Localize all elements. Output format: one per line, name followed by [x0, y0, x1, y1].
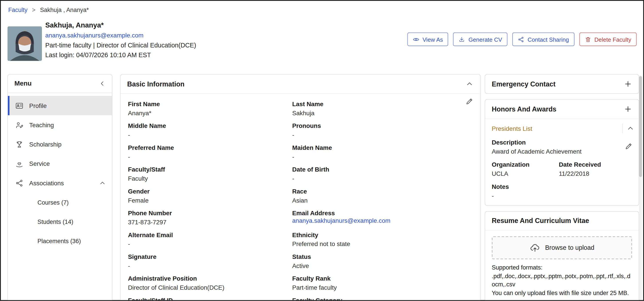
delete-faculty-button[interactable]: Delete Faculty — [579, 32, 637, 46]
menu-title: Menu — [14, 80, 32, 87]
faculty-avatar — [7, 26, 42, 61]
field-label: Date Received — [559, 161, 601, 168]
field-row: Faculty/Staff ID Faculty Category — [128, 297, 473, 301]
collapse-sidebar-icon[interactable] — [99, 80, 106, 87]
sidebar-item-label: Service — [29, 160, 50, 167]
field-row: Middle Name- Pronouns- — [128, 122, 473, 138]
field-row: GenderFemale RaceAsian — [128, 188, 473, 204]
field-label: Email Address — [292, 210, 390, 217]
honors-awards-title: Honors And Awards — [492, 105, 556, 113]
field-label: Faculty/Staff ID — [128, 297, 292, 301]
right-column: Emergency Contact Honors And Awards Pres… — [485, 74, 639, 301]
faculty-header-info: Sakhuja, Ananya* ananya.sakhujanurs@exam… — [45, 20, 196, 60]
field-value: Active — [292, 262, 311, 270]
field-label: Race — [292, 188, 308, 195]
basic-information-title: Basic Information — [127, 80, 184, 88]
sidebar-item-service[interactable]: Service — [8, 154, 112, 173]
honor-org-date-row: Organization UCLA Date Received 11/22/20… — [485, 155, 639, 177]
field-label: Notes — [492, 183, 632, 190]
trash-icon — [584, 36, 591, 42]
field-label: Ethnicity — [292, 232, 350, 239]
field-value: - — [128, 131, 292, 138]
edit-honor-icon[interactable] — [625, 142, 633, 150]
field-value: - — [492, 192, 632, 200]
field-value: Faculty — [128, 175, 292, 182]
download-icon — [458, 36, 465, 42]
sidebar-item-placements[interactable]: Placements (36) — [8, 232, 112, 251]
award-icon — [15, 140, 24, 148]
honor-entry-body: Description Award of Academic Achievemen… — [485, 137, 639, 205]
add-honor-icon[interactable] — [624, 105, 632, 113]
sidebar-item-label: Teaching — [29, 122, 54, 128]
field-row: First NameAnanya* Last NameSakhuja — [128, 100, 473, 117]
share-icon — [518, 36, 524, 42]
field-value: 371-873-7297 — [128, 218, 292, 226]
sidebar-items: Profile Teaching Scholarship Service — [8, 93, 112, 251]
field-label: Signature — [128, 253, 292, 260]
honor-entry-name: Presidents List — [492, 125, 532, 132]
basic-information-card: Basic Information First NameAnanya* Last… — [120, 74, 481, 301]
field-value: Asian — [292, 197, 308, 204]
field-label: Faculty Rank — [292, 275, 337, 282]
field-row: Alternate Email- EthnicityPreferred not … — [128, 232, 473, 248]
view-as-button[interactable]: View As — [407, 32, 448, 46]
faculty-name: Sakhuja, Ananya* — [45, 20, 196, 30]
add-emergency-contact-icon[interactable] — [624, 80, 632, 88]
contact-sharing-button[interactable]: Contact Sharing — [512, 32, 574, 46]
field-label: Organization — [492, 161, 559, 168]
view-as-label: View As — [422, 36, 443, 42]
sidebar-item-associations[interactable]: Associations — [8, 173, 112, 192]
sidebar-item-profile[interactable]: Profile — [8, 96, 112, 115]
sidebar-subitem-label: Courses (7) — [38, 199, 69, 206]
email-address-link[interactable]: ananya.sakhujanurs@example.com — [292, 217, 390, 224]
field-value: - — [292, 175, 329, 182]
breadcrumb-faculty-link[interactable]: Faculty — [8, 7, 28, 13]
supported-formats-label: Supported formats: — [492, 263, 632, 272]
sidebar-item-teaching[interactable]: Teaching — [8, 115, 112, 134]
breadcrumb: Faculty > Sakhuja , Ananya* — [8, 7, 89, 13]
collapse-honor-icon[interactable] — [626, 124, 634, 132]
honor-entry-header[interactable]: Presidents List — [485, 119, 639, 137]
faculty-last-login: Last login: 04/07/2026 10:10 AM EST — [45, 50, 196, 60]
honor-entry-controls — [622, 124, 635, 134]
field-value: - — [292, 153, 332, 160]
emergency-contact-title: Emergency Contact — [492, 80, 556, 88]
field-value: - — [292, 131, 321, 138]
field-label: Alternate Email — [128, 232, 292, 239]
network-icon — [15, 179, 24, 187]
contact-sharing-label: Contact Sharing — [528, 36, 569, 42]
field-label: Date of Birth — [292, 166, 329, 173]
scrollbar-thumb[interactable] — [639, 76, 642, 177]
chevron-up-icon[interactable] — [99, 179, 106, 187]
sidebar-subitem-label: Students (14) — [38, 218, 73, 225]
generate-cv-button[interactable]: Generate CV — [453, 32, 508, 46]
field-label: Description — [492, 139, 632, 146]
field-label: Administrative Position — [128, 275, 292, 282]
field-label: Faculty/Staff — [128, 166, 292, 173]
supported-formats-list: .pdf,.doc,.docx,.pptx,.pptm,.potx,.potm,… — [492, 272, 632, 288]
sidebar-item-scholarship[interactable]: Scholarship — [8, 134, 112, 154]
honor-notes-field: Notes - — [485, 177, 639, 200]
collapse-basic-info-icon[interactable] — [466, 80, 474, 88]
field-value: Director of Clinical Education(DCE) — [128, 284, 292, 291]
sidebar-item-label: Profile — [29, 102, 47, 109]
field-label: Gender — [128, 188, 292, 195]
breadcrumb-current: Sakhuja , Ananya* — [40, 7, 89, 13]
sidebar-item-courses[interactable]: Courses (7) — [8, 192, 112, 212]
edit-basic-info-icon[interactable] — [466, 97, 474, 105]
faculty-email-link[interactable]: ananya.sakhujanurs@example.com — [45, 30, 196, 40]
field-value: Sakhuja — [292, 110, 323, 117]
honor-date-received-field: Date Received 11/22/2018 — [559, 161, 601, 177]
field-value: Ananya* — [128, 110, 292, 117]
field-value: Female — [128, 197, 292, 204]
eye-icon — [413, 36, 419, 42]
field-row: Faculty/StaffFaculty Date of Birth- — [128, 166, 473, 182]
honor-organization-field: Organization UCLA — [492, 161, 559, 177]
field-label: Middle Name — [128, 122, 292, 130]
generate-cv-label: Generate CV — [468, 36, 502, 42]
field-label: Phone Number — [128, 210, 292, 217]
field-row: Phone Number371-873-7297 Email Addressan… — [128, 210, 473, 226]
browse-to-upload-dropzone[interactable]: Browse to upload — [492, 236, 632, 259]
sidebar-item-students[interactable]: Students (14) — [8, 212, 112, 231]
field-label: Preferred Name — [128, 144, 292, 152]
